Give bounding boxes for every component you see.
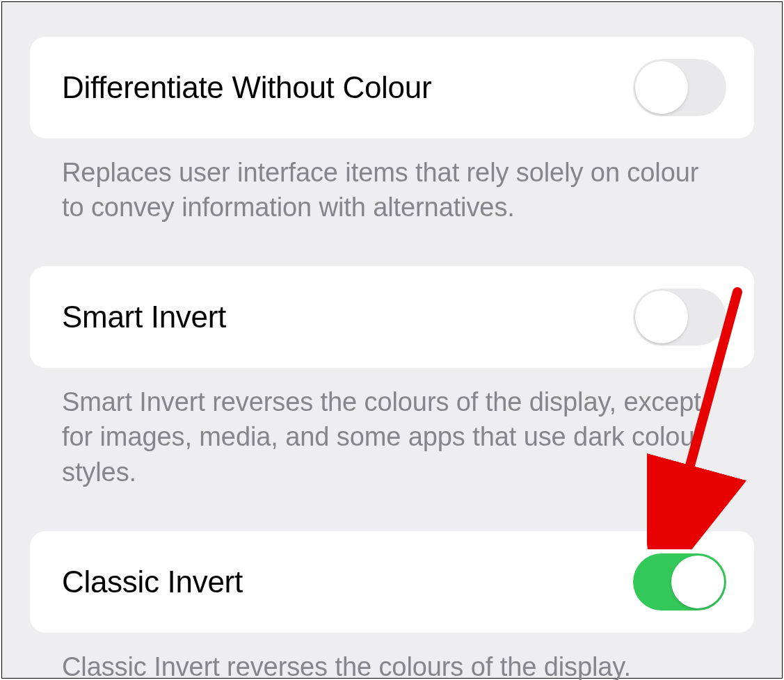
toggle-knob (671, 556, 724, 608)
settings-panel: Differentiate Without Colour Replaces us… (1, 1, 783, 679)
setting-desc: Smart Invert reverses the colours of the… (30, 368, 754, 489)
setting-row-smart-invert[interactable]: Smart Invert (30, 266, 754, 368)
setting-title: Classic Invert (62, 565, 243, 599)
setting-title: Differentiate Without Colour (62, 70, 431, 105)
toggle-differentiate-without-colour[interactable] (633, 59, 726, 116)
setting-section-smart-invert: Smart Invert Smart Invert reverses the c… (30, 266, 754, 489)
setting-title: Smart Invert (62, 300, 226, 334)
toggle-knob (635, 291, 688, 343)
setting-section-classic-invert: Classic Invert Classic Invert reverses t… (30, 531, 754, 680)
toggle-knob (635, 61, 688, 114)
toggle-classic-invert[interactable] (633, 553, 726, 610)
setting-row-differentiate-without-colour[interactable]: Differentiate Without Colour (30, 37, 754, 138)
toggle-smart-invert[interactable] (633, 289, 726, 346)
setting-desc: Replaces user interface items that rely … (30, 138, 754, 225)
setting-desc: Classic Invert reverses the colours of t… (30, 633, 754, 680)
setting-section-differentiate-without-colour: Differentiate Without Colour Replaces us… (30, 37, 754, 225)
setting-row-classic-invert[interactable]: Classic Invert (30, 531, 754, 633)
